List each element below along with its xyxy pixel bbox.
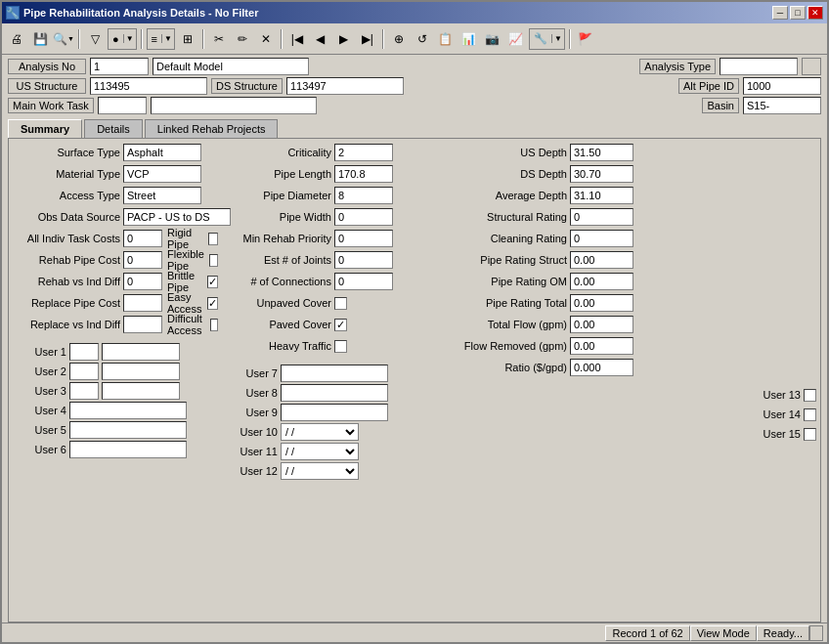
toolbar-tools-dropdown[interactable]: 🔧▼	[529, 28, 565, 50]
replace-pipe-cost-input[interactable]	[123, 294, 162, 312]
num-connections-input[interactable]	[334, 273, 393, 290]
toolbar-delete-btn[interactable]: ✕	[255, 28, 277, 50]
toolbar-help-btn[interactable]: 🚩	[575, 28, 596, 50]
difficult-access-checkbox[interactable]	[210, 319, 218, 331]
user14-checkbox[interactable]	[804, 408, 816, 421]
ds-structure-input[interactable]	[286, 77, 404, 95]
toolbar-cut-btn[interactable]: ✂	[208, 28, 230, 50]
pipe-diameter-input[interactable]	[334, 187, 393, 204]
toolbar-grid-btn[interactable]: ⊞	[177, 28, 198, 50]
toolbar-refresh-btn[interactable]: ↺	[412, 28, 433, 50]
flow-removed-input[interactable]	[570, 337, 633, 355]
analysis-no-input[interactable]	[90, 58, 149, 75]
min-rehab-input[interactable]	[334, 230, 393, 247]
alt-pipe-id-input[interactable]	[743, 77, 821, 95]
easy-access-checkbox[interactable]: ✓	[207, 297, 218, 310]
user10-row: User 10 / /	[224, 422, 449, 442]
user15-checkbox[interactable]	[804, 428, 816, 441]
average-depth-input[interactable]	[570, 187, 633, 204]
total-flow-label: Total Flow (gpm)	[455, 319, 567, 330]
toolbar-separator-4	[281, 29, 283, 49]
obs-data-source-label: Obs Data Source	[13, 211, 120, 223]
toolbar-prev-btn[interactable]: ◀	[310, 28, 331, 50]
user2-input2[interactable]	[102, 363, 180, 380]
rigid-pipe-checkbox[interactable]	[208, 233, 218, 245]
scroll-indicator[interactable]	[809, 625, 823, 641]
user3-input1[interactable]	[69, 382, 99, 400]
main-work-task-input1[interactable]	[98, 97, 147, 114]
user3-input2[interactable]	[102, 382, 180, 400]
pipe-rating-total-input[interactable]	[570, 294, 633, 312]
user7-input[interactable]	[281, 365, 388, 382]
toolbar-map2-btn[interactable]: 📊	[458, 28, 480, 50]
rehab-pipe-cost-input[interactable]	[123, 251, 162, 269]
toolbar-last-btn[interactable]: ▶|	[357, 28, 378, 50]
flexible-pipe-checkbox[interactable]	[209, 254, 218, 267]
tab-linked-rehab[interactable]: Linked Rehab Projects	[145, 119, 279, 138]
user8-input[interactable]	[281, 384, 388, 402]
alt-pipe-id-label: Alt Pipe ID	[678, 78, 739, 94]
rehab-vs-ind-diff-input[interactable]	[123, 273, 162, 290]
maximize-button[interactable]: □	[790, 6, 806, 20]
default-model-input[interactable]	[153, 58, 309, 75]
toolbar-next-btn[interactable]: ▶	[333, 28, 355, 50]
brittle-pipe-checkbox[interactable]: ✓	[207, 276, 218, 288]
toolbar-map1-btn[interactable]: 📋	[435, 28, 457, 50]
replace-vs-ind-diff-input[interactable]	[123, 316, 162, 333]
unpaved-cover-checkbox[interactable]	[334, 297, 347, 310]
ds-depth-input[interactable]	[570, 165, 633, 183]
pipe-rating-struct-input[interactable]	[570, 251, 633, 269]
structural-rating-input[interactable]	[570, 208, 633, 226]
user13-checkbox[interactable]	[804, 389, 816, 402]
cleaning-rating-input[interactable]	[570, 230, 633, 247]
toolbar-camera-btn[interactable]: 📷	[482, 28, 503, 50]
toolbar-first-btn[interactable]: |◀	[286, 28, 308, 50]
user2-input1[interactable]	[69, 363, 99, 380]
user1-input2[interactable]	[102, 343, 180, 361]
us-depth-input[interactable]	[570, 144, 633, 161]
tab-summary[interactable]: Summary	[8, 119, 82, 138]
access-type-input[interactable]	[123, 187, 201, 204]
user10-select[interactable]: / /	[281, 423, 359, 441]
pipe-width-input[interactable]	[334, 208, 393, 226]
toolbar-print-btn[interactable]: 🖨	[6, 28, 27, 50]
total-flow-input[interactable]	[570, 316, 633, 333]
ds-depth-row: DS Depth	[455, 164, 816, 184]
us-structure-input[interactable]	[90, 77, 207, 95]
user6-input[interactable]	[69, 441, 187, 458]
obs-data-source-input[interactable]	[123, 208, 231, 226]
paved-cover-checkbox[interactable]: ✓	[334, 319, 347, 331]
tab-details[interactable]: Details	[84, 119, 143, 138]
user4-input[interactable]	[69, 402, 187, 419]
pipe-length-input[interactable]	[334, 165, 393, 183]
user12-select[interactable]: / /	[281, 462, 359, 480]
user9-input[interactable]	[281, 404, 388, 421]
analysis-type-input[interactable]	[720, 58, 798, 75]
user11-select[interactable]: / /	[281, 443, 359, 460]
main-work-task-input2[interactable]	[151, 97, 317, 114]
all-indiv-input[interactable]	[123, 230, 162, 247]
toolbar-filter-dropdown[interactable]: ●▼	[108, 28, 137, 50]
toolbar-pencil-btn[interactable]: ✏	[232, 28, 253, 50]
ratio-input[interactable]	[570, 359, 633, 376]
toolbar-chart-btn[interactable]: 📈	[505, 28, 527, 50]
minimize-button[interactable]: ─	[772, 6, 788, 20]
toolbar-search-btn[interactable]: 🔍▼	[53, 28, 74, 50]
toolbar-save-btn[interactable]: 💾	[29, 28, 51, 50]
basin-input[interactable]	[743, 97, 821, 114]
toolbar-filter-btn[interactable]: ▽	[84, 28, 106, 50]
close-button[interactable]: ✕	[807, 6, 823, 20]
toolbar-view-dropdown[interactable]: ≡▼	[147, 28, 175, 50]
material-type-input[interactable]	[123, 165, 201, 183]
criticality-input[interactable]	[334, 144, 393, 161]
pipe-rating-om-input[interactable]	[570, 273, 633, 290]
user11-label: User 11	[224, 446, 278, 457]
user5-input[interactable]	[69, 421, 187, 439]
surface-type-input[interactable]	[123, 144, 201, 161]
toolbar-zoom-btn[interactable]: ⊕	[388, 28, 410, 50]
est-joints-label: Est # of Joints	[224, 254, 331, 266]
user1-input1[interactable]	[69, 343, 99, 361]
user7-row: User 7	[224, 364, 449, 383]
est-joints-input[interactable]	[334, 251, 393, 269]
heavy-traffic-checkbox[interactable]	[334, 340, 347, 353]
